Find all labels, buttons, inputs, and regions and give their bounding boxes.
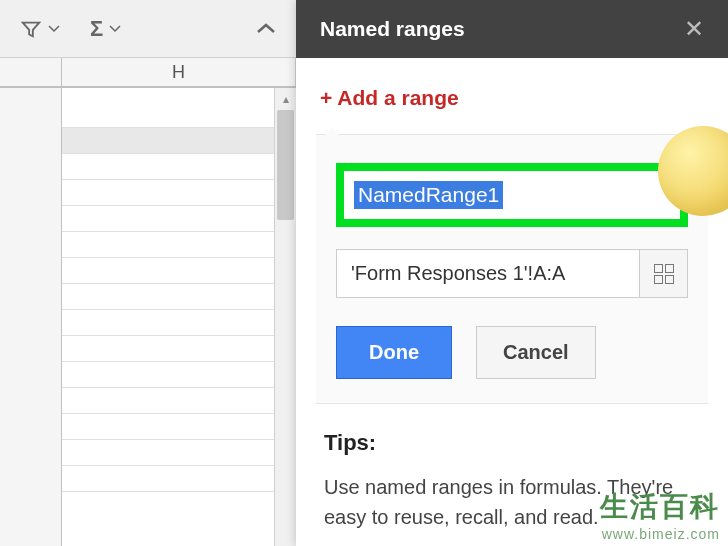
collapse-toggle[interactable]	[256, 22, 276, 36]
spreadsheet-area: Σ H	[0, 0, 296, 546]
cell-row[interactable]	[62, 206, 296, 232]
add-range-button[interactable]: + Add a range	[296, 58, 728, 134]
cell-row[interactable]	[62, 388, 296, 414]
cell-row[interactable]	[62, 284, 296, 310]
cell-row[interactable]	[62, 154, 296, 180]
close-icon[interactable]: ✕	[684, 15, 704, 43]
panel-title: Named ranges	[320, 17, 684, 41]
cells-grid[interactable]	[62, 88, 296, 546]
scroll-up-arrow[interactable]: ▴	[275, 88, 296, 110]
range-reference-input[interactable]: 'Form Responses 1'!A:A	[336, 249, 640, 298]
named-ranges-panel: Named ranges ✕ + Add a range NamedRange1…	[296, 0, 728, 546]
name-input-highlight: NamedRange1	[336, 163, 688, 227]
watermark-url: www.bimeiz.com	[600, 526, 720, 542]
add-range-label: + Add a range	[320, 86, 459, 110]
cell-row[interactable]	[62, 362, 296, 388]
done-button[interactable]: Done	[336, 326, 452, 379]
functions-dropdown[interactable]: Σ	[90, 16, 121, 42]
range-name-value: NamedRange1	[354, 181, 503, 209]
chevron-down-icon	[48, 25, 60, 33]
cell-row[interactable]	[62, 258, 296, 284]
watermark-main: 生活百科	[600, 488, 720, 526]
cell-row[interactable]	[62, 232, 296, 258]
cell-row[interactable]	[62, 336, 296, 362]
vertical-scrollbar[interactable]: ▴	[274, 88, 296, 546]
grid-icon	[654, 264, 674, 284]
cell-row[interactable]	[62, 440, 296, 466]
scrollbar-thumb[interactable]	[277, 110, 294, 220]
cell-row[interactable]	[62, 180, 296, 206]
column-headers: H	[0, 58, 296, 88]
cancel-button[interactable]: Cancel	[476, 326, 596, 379]
watermark: 生活百科 www.bimeiz.com	[600, 488, 720, 542]
column-header-h[interactable]: H	[62, 58, 296, 86]
scrollbar-track[interactable]	[275, 110, 296, 524]
select-all-corner[interactable]	[0, 58, 62, 86]
tips-heading: Tips:	[324, 430, 700, 456]
cell-row[interactable]	[62, 88, 296, 128]
chevron-down-icon	[109, 25, 121, 33]
cell-row[interactable]	[62, 414, 296, 440]
sigma-icon: Σ	[90, 16, 103, 42]
filter-dropdown[interactable]	[20, 18, 60, 40]
select-range-button[interactable]	[640, 249, 688, 298]
range-name-input[interactable]: NamedRange1	[344, 171, 680, 219]
panel-header: Named ranges ✕	[296, 0, 728, 58]
range-editor: NamedRange1 'Form Responses 1'!A:A	[316, 134, 708, 404]
cell-row[interactable]	[62, 466, 296, 492]
filter-icon	[20, 18, 42, 40]
cell-row[interactable]	[62, 310, 296, 336]
toolbar: Σ	[0, 0, 296, 58]
row-numbers	[0, 88, 62, 546]
cell-row[interactable]	[62, 128, 296, 154]
chevron-up-icon	[256, 22, 276, 36]
